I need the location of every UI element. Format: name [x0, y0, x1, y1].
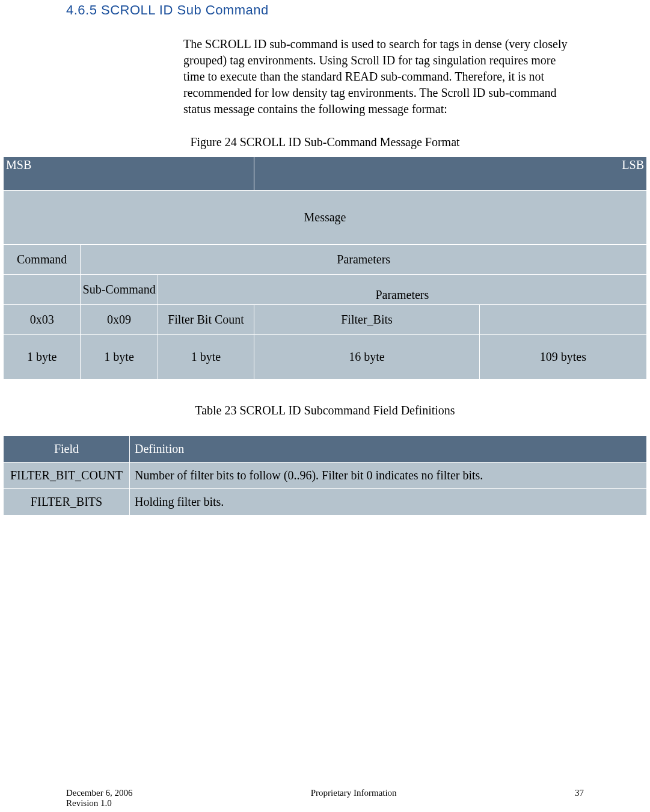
sub-command-cell: Sub-Command: [81, 275, 158, 305]
empty-cell: [4, 275, 81, 305]
table-row: FILTER_BIT_COUNT Number of filter bits t…: [4, 463, 647, 489]
footer-page: 37: [575, 788, 584, 798]
page-footer: December 6, 2006 Proprietary Information…: [0, 788, 650, 808]
filter-bits-size: 16 byte: [254, 335, 480, 380]
values-row: 0x03 0x09 Filter Bit Count Filter_Bits: [4, 305, 647, 335]
definition-header: Definition: [130, 436, 647, 463]
filter-bits-label: Filter_Bits: [254, 305, 480, 335]
parameters-cell: Parameters: [81, 245, 647, 275]
field-name: FILTER_BIT_COUNT: [4, 463, 130, 489]
sub-parameters-cell: Parameters: [158, 275, 646, 305]
field-definition: Number of filter bits to follow (0..96).…: [130, 463, 647, 489]
message-format-table: MSB LSB Message Command Parameters Sub-C…: [3, 156, 647, 380]
blank-cell: [479, 305, 646, 335]
field-definitions-table: Field Definition FILTER_BIT_COUNT Number…: [3, 435, 647, 515]
subcommand-row: Sub-Command Parameters: [4, 275, 647, 305]
message-row: Message: [4, 191, 647, 245]
lsb-label: LSB: [254, 157, 647, 191]
section-heading: 4.6.5 SCROLL ID Sub Command: [66, 2, 647, 18]
cmd-size: 1 byte: [4, 335, 81, 380]
field-header: Field: [4, 436, 130, 463]
filter-bit-count-size: 1 byte: [158, 335, 254, 380]
msb-label: MSB: [4, 157, 254, 191]
subcmd-value: 0x09: [81, 305, 158, 335]
message-cell: Message: [4, 191, 647, 245]
footer-revision: Revision 1.0: [66, 798, 584, 808]
figure-caption: Figure 24 SCROLL ID Sub-Command Message …: [3, 135, 647, 149]
footer-date: December 6, 2006: [66, 788, 132, 798]
cmd-value: 0x03: [4, 305, 81, 335]
subcmd-size: 1 byte: [81, 335, 158, 380]
filter-bit-count-label: Filter Bit Count: [158, 305, 254, 335]
field-definition: Holding filter bits.: [130, 489, 647, 515]
sizes-row: 1 byte 1 byte 1 byte 16 byte 109 bytes: [4, 335, 647, 380]
field-name: FILTER_BITS: [4, 489, 130, 515]
msb-lsb-row: MSB LSB: [4, 157, 647, 191]
remaining-size: 109 bytes: [479, 335, 646, 380]
footer-center: Proprietary Information: [311, 788, 397, 798]
command-cell: Command: [4, 245, 81, 275]
def-header-row: Field Definition: [4, 436, 647, 463]
table-row: FILTER_BITS Holding filter bits.: [4, 489, 647, 515]
table-caption: Table 23 SCROLL ID Subcommand Field Defi…: [3, 404, 647, 417]
body-paragraph: The SCROLL ID sub-command is used to sea…: [183, 36, 569, 117]
command-params-row: Command Parameters: [4, 245, 647, 275]
